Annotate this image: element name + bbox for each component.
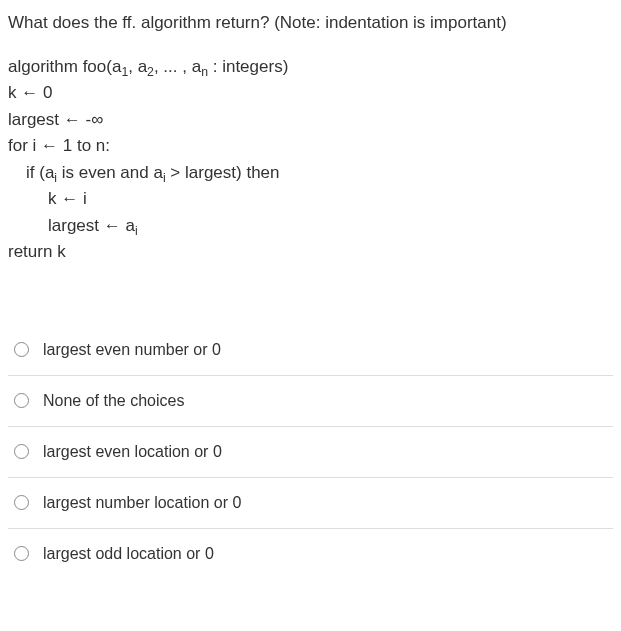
algo-line-6: k ← i <box>8 186 613 212</box>
question-text: What does the ff. algorithm return? (Not… <box>8 10 613 36</box>
choice-option[interactable]: None of the choices <box>8 376 613 427</box>
answer-choices: largest even number or 0 None of the cho… <box>8 325 613 579</box>
algo-line-1: algorithm foo(a1, a2, ... , an : integer… <box>8 54 613 80</box>
choice-option[interactable]: largest number location or 0 <box>8 478 613 529</box>
choice-label: None of the choices <box>43 389 184 413</box>
choice-option[interactable]: largest odd location or 0 <box>8 529 613 579</box>
choice-option[interactable]: largest even number or 0 <box>8 325 613 376</box>
algo-line-7: largest ← ai <box>8 213 613 239</box>
radio-icon <box>14 393 29 408</box>
radio-icon <box>14 495 29 510</box>
algo-line-3: largest ← -∞ <box>8 107 613 133</box>
radio-icon <box>14 444 29 459</box>
choice-label: largest even number or 0 <box>43 338 221 362</box>
radio-icon <box>14 546 29 561</box>
algo-line-4: for i ← 1 to n: <box>8 133 613 159</box>
algorithm-block: algorithm foo(a1, a2, ... , an : integer… <box>8 54 613 265</box>
algo-line-5: if (ai is even and ai > largest) then <box>8 160 613 186</box>
radio-icon <box>14 342 29 357</box>
choice-label: largest odd location or 0 <box>43 542 214 566</box>
algo-line-2: k ← 0 <box>8 80 613 106</box>
choice-label: largest number location or 0 <box>43 491 241 515</box>
choice-option[interactable]: largest even location or 0 <box>8 427 613 478</box>
choice-label: largest even location or 0 <box>43 440 222 464</box>
algo-line-8: return k <box>8 239 613 265</box>
